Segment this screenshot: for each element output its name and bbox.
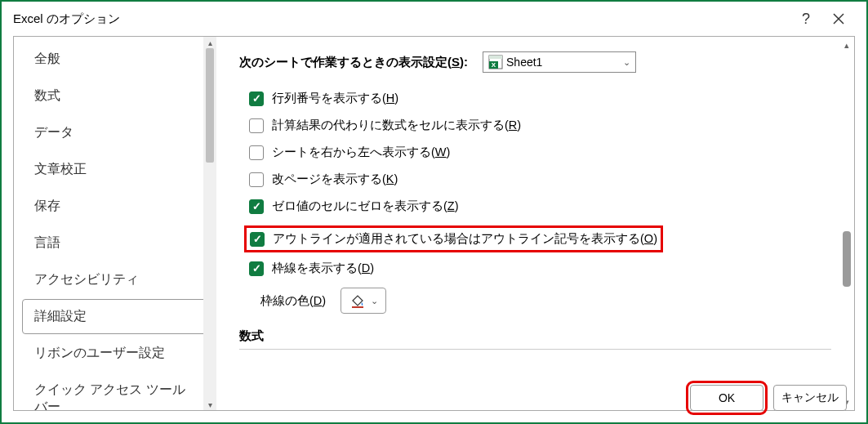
scrollbar-thumb[interactable] — [843, 231, 851, 287]
checkbox-option[interactable]: シートを右から左へ表示する(W) — [249, 145, 831, 160]
scroll-down-icon[interactable]: ▾ — [203, 399, 216, 410]
scroll-up-icon[interactable]: ▴ — [839, 38, 854, 51]
sidebar: 全般数式データ文章校正保存言語アクセシビリティ詳細設定リボンのユーザー設定クイッ… — [14, 37, 216, 410]
svg-text:X: X — [492, 61, 496, 69]
checkbox-option[interactable]: 計算結果の代わりに数式をセルに表示する(R) — [249, 118, 831, 133]
sheet-display-settings-label: 次のシートで作業するときの表示設定(S): — [239, 55, 468, 70]
scroll-up-icon[interactable]: ▴ — [203, 37, 216, 48]
checkbox-label: 改ページを表示する(K) — [272, 172, 398, 187]
checkbox-option[interactable]: ゼロ値のセルにゼロを表示する(Z) — [249, 199, 831, 214]
checkbox-label: ゼロ値のセルにゼロを表示する(Z) — [272, 199, 459, 214]
sheet-select[interactable]: X Sheet1 ⌄ — [483, 51, 636, 73]
checkbox-label: シートを右から左へ表示する(W) — [272, 145, 450, 160]
gridline-color-button[interactable]: ⌄ — [341, 288, 386, 314]
chevron-down-icon: ⌄ — [371, 296, 378, 306]
highlighted-option: アウトラインが適用されている場合はアウトライン記号を表示する(O) — [244, 225, 663, 252]
scrollbar-thumb[interactable] — [206, 48, 214, 163]
content-area: 次のシートで作業するときの表示設定(S): X Sheet1 — [216, 37, 854, 410]
formula-section-title: 数式 — [239, 328, 831, 350]
titlebar: Excel のオプション ? — [2, 2, 866, 36]
paint-bucket-icon — [349, 292, 366, 309]
worksheet-icon: X — [488, 55, 503, 69]
checkbox-label: アウトラインが適用されている場合はアウトライン記号を表示する(O) — [273, 231, 657, 247]
checkbox[interactable] — [249, 118, 264, 133]
help-icon[interactable]: ? — [790, 2, 822, 35]
sidebar-scrollbar[interactable]: ▴ ▾ — [203, 37, 216, 410]
cancel-button[interactable]: キャンセル — [773, 385, 847, 411]
sidebar-item[interactable]: 全般 — [22, 42, 208, 77]
checkbox-option[interactable]: 枠線を表示する(D) — [249, 261, 831, 276]
checkbox-option[interactable]: 行列番号を表示する(H) — [249, 91, 831, 106]
section-header: 次のシートで作業するときの表示設定(S): X Sheet1 — [239, 51, 831, 73]
checkbox-label: 行列番号を表示する(H) — [272, 91, 398, 106]
sidebar-item[interactable]: 言語 — [22, 225, 208, 261]
dialog-body: 全般数式データ文章校正保存言語アクセシビリティ詳細設定リボンのユーザー設定クイッ… — [13, 36, 855, 411]
checkbox[interactable] — [249, 91, 264, 106]
sidebar-item[interactable]: リボンのユーザー設定 — [22, 336, 208, 371]
checkbox[interactable] — [249, 199, 264, 214]
gridline-color-label: 枠線の色(D) — [260, 293, 326, 309]
chevron-down-icon: ⌄ — [623, 57, 630, 68]
sidebar-item[interactable]: 文章校正 — [22, 152, 208, 187]
dialog-button-row: OK キャンセル — [690, 385, 847, 411]
sheet-select-value: Sheet1 — [506, 56, 542, 69]
sidebar-item[interactable]: 保存 — [22, 189, 208, 224]
sidebar-item[interactable]: データ — [22, 115, 208, 150]
checkbox-label: 計算結果の代わりに数式をセルに表示する(R) — [272, 118, 521, 133]
sidebar-item[interactable]: アクセシビリティ — [22, 262, 208, 297]
checkbox[interactable] — [249, 145, 264, 160]
ok-button[interactable]: OK — [690, 385, 763, 411]
svg-rect-3 — [489, 56, 502, 59]
checkbox-option[interactable]: 改ページを表示する(K) — [249, 172, 831, 187]
gridline-color-row: 枠線の色(D) ⌄ — [260, 288, 831, 314]
sidebar-item[interactable]: 詳細設定 — [22, 299, 208, 334]
sidebar-item[interactable]: 数式 — [22, 78, 208, 114]
checkbox[interactable] — [249, 261, 264, 276]
checkbox-option[interactable]: アウトラインが適用されている場合はアウトライン記号を表示する(O) — [250, 231, 657, 247]
excel-options-dialog: Excel のオプション ? 全般数式データ文章校正保存言語アクセシビリティ詳細… — [0, 0, 868, 424]
content-scrollbar[interactable]: ▴ ▾ — [839, 37, 854, 410]
sidebar-item[interactable]: クイック アクセス ツール バー — [22, 373, 208, 410]
checkbox-label: 枠線を表示する(D) — [272, 261, 374, 276]
svg-rect-6 — [352, 306, 363, 308]
checkbox[interactable] — [249, 172, 264, 187]
checkbox[interactable] — [250, 232, 265, 247]
dialog-title: Excel のオプション — [13, 11, 120, 27]
close-icon[interactable] — [822, 2, 855, 35]
